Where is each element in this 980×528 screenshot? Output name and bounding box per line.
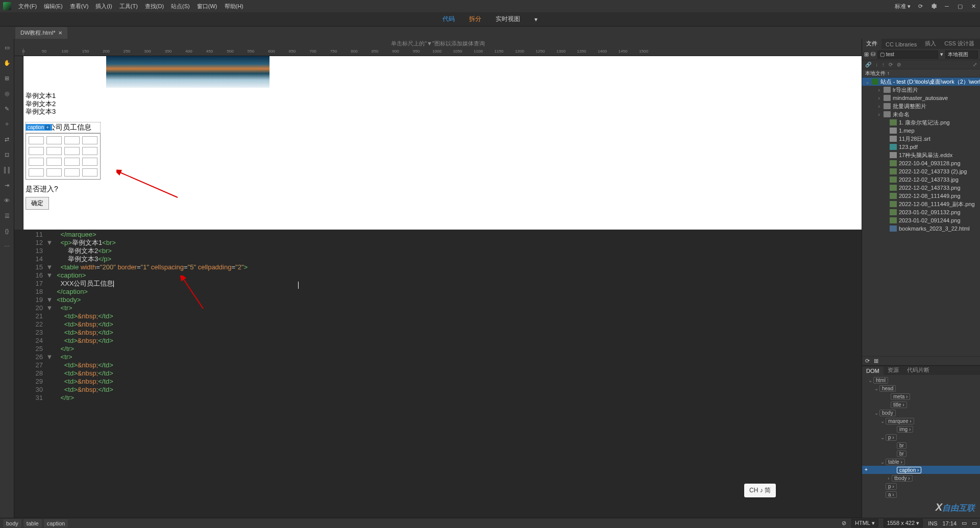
file-node[interactable]: 2022-12-08_111449.png — [862, 192, 980, 200]
menu-item[interactable]: 窗口(W) — [194, 1, 220, 12]
settings-icon[interactable] — [930, 3, 937, 10]
tool-brackets[interactable]: {} — [3, 227, 12, 236]
status-preview-icon[interactable]: ▭ — [972, 520, 977, 526]
selection-tag[interactable]: caption+ — [26, 124, 52, 131]
dom-tab[interactable]: 代码片断 — [903, 365, 934, 375]
layout-selector[interactable]: 标准 ▾ — [895, 3, 911, 10]
tool-hand[interactable]: ✋ — [3, 58, 12, 67]
file-node[interactable]: 2022-12-02_143733 (2).jpg — [862, 167, 980, 175]
upload-icon[interactable]: ↑ — [882, 62, 885, 67]
dom-node[interactable]: ⌄body — [862, 409, 980, 417]
dom-node[interactable]: +caption › — [862, 466, 980, 474]
tool-target[interactable]: ◎ — [3, 89, 12, 98]
file-node[interactable]: 2023-01-02_091132.png — [862, 208, 980, 216]
code-line[interactable]: 25 </tr> — [14, 345, 862, 353]
menu-item[interactable]: 插入(I) — [92, 1, 115, 12]
code-line[interactable]: 22 <td>&nbsp;</td> — [14, 320, 862, 329]
dom-node[interactable]: p › — [862, 482, 980, 490]
view-selector[interactable]: 本地视图 — [945, 51, 978, 59]
file-node[interactable]: 2022-12-02_143733.png — [862, 184, 980, 192]
file-node[interactable]: 2022-12-08_111449_副本.png — [862, 200, 980, 208]
menu-item[interactable]: 查找(D) — [142, 1, 167, 12]
code-line[interactable]: 12▼ <p>举例文本1<br> — [14, 239, 862, 247]
code-line[interactable]: 29 <td>&nbsp;</td> — [14, 378, 862, 386]
tool-list[interactable]: ☰ — [3, 211, 12, 220]
file-node[interactable]: 1. 康奈尔笔记法.png — [862, 118, 980, 127]
design-view[interactable]: 举例文本1 举例文本2 举例文本3 caption+ XXX公司员工信息 — [23, 56, 862, 230]
tool-eye[interactable]: 👁 — [3, 196, 12, 205]
code-line[interactable]: 19▼ <tbody> — [14, 296, 862, 304]
tool-columns[interactable]: ║║ — [3, 165, 12, 174]
menu-item[interactable]: 站点(S) — [168, 1, 193, 12]
code-line[interactable]: 23 <td>&nbsp;</td> — [14, 329, 862, 337]
dom-node[interactable]: ›tbody › — [862, 474, 980, 482]
files-column-header[interactable]: 本地文件 ↑ — [862, 69, 980, 78]
tool-toggle[interactable]: ⇄ — [3, 135, 12, 144]
dom-node[interactable]: ⌄marquee › — [862, 417, 980, 425]
dom-node[interactable]: ⌄html — [862, 376, 980, 384]
file-node[interactable]: 17种头脑风暴法.eddx — [862, 151, 980, 159]
refresh-icon[interactable]: ⟳ — [889, 62, 893, 67]
dom-node[interactable]: title › — [862, 400, 980, 409]
tool-more[interactable]: ⋯ — [3, 242, 12, 251]
site-dropdown-icon[interactable]: ▾ — [940, 51, 943, 58]
refresh-btn[interactable]: ⟳ — [865, 358, 870, 364]
close-icon[interactable]: ✕ — [970, 3, 977, 10]
expand-icon[interactable]: ⤢ — [973, 62, 977, 67]
code-line[interactable]: 27 <td>&nbsp;</td> — [14, 361, 862, 369]
panel-tab[interactable]: CSS 设计器 — [940, 38, 978, 49]
dom-add-icon[interactable]: + — [863, 467, 869, 473]
document-tab[interactable]: DW教程.html* ✕ — [15, 27, 67, 39]
file-node[interactable]: 2022-12-02_143733.jpg — [862, 175, 980, 184]
code-line[interactable]: 26▼ <tr> — [14, 353, 862, 361]
view-dropdown-icon[interactable]: ▾ — [533, 14, 538, 25]
file-node[interactable]: 2023-01-02_091244.png — [862, 216, 980, 224]
menu-item[interactable]: 查看(V) — [67, 1, 92, 12]
sync-icon[interactable]: ⟳ — [917, 3, 924, 10]
site-root-node[interactable]: ⌄ 站点 - test (D:\tools\桌面\work（2）\work (.… — [862, 78, 980, 86]
view-code[interactable]: 代码 — [442, 13, 456, 26]
menu-item[interactable]: 文件(F) — [15, 1, 40, 12]
dom-node[interactable]: meta › — [862, 392, 980, 400]
status-error-icon[interactable]: ⊘ — [842, 520, 846, 526]
server-icon[interactable]: ⛁ — [871, 51, 875, 58]
maximize-icon[interactable]: ▢ — [957, 3, 964, 10]
sync-icon[interactable]: ⊘ — [897, 62, 901, 67]
menu-item[interactable]: 帮助(H) — [222, 1, 247, 12]
dom-node[interactable]: br — [862, 449, 980, 458]
tool-grid[interactable]: ⊡ — [3, 150, 12, 159]
code-line[interactable]: 16▼ <caption> — [14, 271, 862, 280]
code-line[interactable]: 31 </tr> — [14, 394, 862, 402]
site-selector[interactable]: ▢ test — [877, 51, 938, 59]
breadcrumb-item[interactable]: caption — [44, 519, 68, 527]
view-btn[interactable]: ⊞ — [874, 358, 878, 364]
file-tree[interactable]: ⌄ 站点 - test (D:\tools\桌面\work（2）\work (.… — [862, 78, 980, 356]
panel-tab[interactable]: CC Libraries — [881, 40, 921, 49]
code-line[interactable]: 28 <td>&nbsp;</td> — [14, 369, 862, 378]
download-icon[interactable]: ↓ — [875, 62, 878, 67]
minimize-icon[interactable]: ─ — [943, 3, 950, 10]
dom-tab[interactable]: 资源 — [884, 365, 903, 375]
dom-tree[interactable]: ⌄html⌄headmeta ›title ›⌄body⌄marquee ›im… — [862, 375, 980, 518]
code-line[interactable]: 18 </caption> — [14, 288, 862, 296]
view-live[interactable]: 实时视图 — [495, 13, 521, 26]
tool-brush[interactable]: ✎ — [3, 104, 12, 113]
dom-node[interactable]: br — [862, 441, 980, 449]
file-node[interactable]: ›mindmaster_autosave — [862, 94, 980, 102]
status-lang[interactable]: HTML ▾ — [851, 519, 878, 527]
code-line[interactable]: 17 XXX公司员工信息 — [14, 280, 862, 288]
code-line[interactable]: 21 <td>&nbsp;</td> — [14, 312, 862, 320]
file-node[interactable]: ›lr导出图片 — [862, 86, 980, 94]
tool-select[interactable]: ▭ — [3, 43, 12, 52]
file-node[interactable]: 123.pdf — [862, 143, 980, 151]
code-line[interactable]: 11 </marquee> — [14, 231, 862, 239]
code-line[interactable]: 14 举例文本3</p> — [14, 255, 862, 263]
tool-inspect[interactable]: ⊞ — [3, 73, 12, 83]
file-node[interactable]: 1.mep — [862, 127, 980, 135]
code-line[interactable]: 30 <td>&nbsp;</td> — [14, 386, 862, 394]
file-node[interactable]: 2022-10-04_093128.png — [862, 159, 980, 167]
link-icon[interactable]: 🔗 — [865, 62, 871, 67]
dom-node[interactable]: img › — [862, 425, 980, 433]
file-node[interactable]: 11月28日.srt — [862, 135, 980, 143]
media-query-bar[interactable]: 单击标尺上的"▼"图标以添加媒体查询 — [14, 39, 862, 48]
